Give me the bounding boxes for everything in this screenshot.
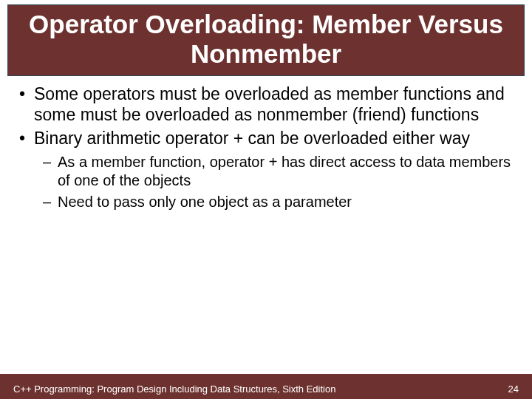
bullet-item: Binary arithmetic operator + can be over…: [16, 128, 516, 211]
footer-bar: C++ Programming: Program Design Includin…: [0, 374, 532, 399]
footer-source: C++ Programming: Program Design Includin…: [13, 383, 335, 395]
sub-bullet-item: Need to pass only one object as a parame…: [41, 193, 516, 211]
bullet-text: Some operators must be overloaded as mem…: [34, 84, 505, 124]
sub-bullet-item: As a member function, operator + has dir…: [41, 153, 516, 190]
slide: Operator Overloading: Member Versus Nonm…: [0, 4, 532, 399]
sub-bullet-list: As a member function, operator + has dir…: [41, 153, 516, 211]
bullet-text: Binary arithmetic operator + can be over…: [34, 129, 470, 148]
slide-title: Operator Overloading: Member Versus Nonm…: [16, 10, 516, 69]
sub-bullet-text: Need to pass only one object as a parame…: [58, 194, 352, 210]
bullet-list: Some operators must be overloaded as mem…: [16, 83, 516, 211]
sub-bullet-text: As a member function, operator + has dir…: [58, 154, 511, 188]
bullet-item: Some operators must be overloaded as mem…: [16, 83, 516, 125]
content-area: Some operators must be overloaded as mem…: [0, 76, 532, 211]
title-box: Operator Overloading: Member Versus Nonm…: [7, 4, 525, 76]
footer-page-number: 24: [508, 383, 519, 395]
